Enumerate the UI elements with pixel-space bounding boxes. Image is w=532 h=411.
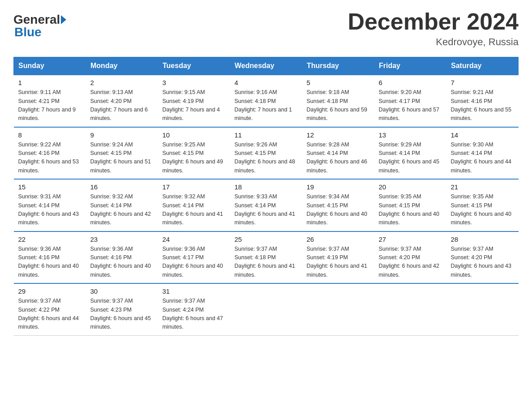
day-info: Sunrise: 9:37 AMSunset: 4:22 PMDaylight:… bbox=[18, 297, 82, 332]
day-info: Sunrise: 9:32 AMSunset: 4:14 PMDaylight:… bbox=[90, 193, 154, 227]
logo-blue: Blue bbox=[14, 26, 42, 39]
calendar-cell: 31Sunrise: 9:37 AMSunset: 4:24 PMDayligh… bbox=[158, 283, 230, 335]
day-info: Sunrise: 9:22 AMSunset: 4:16 PMDaylight:… bbox=[18, 141, 82, 176]
day-number: 12 bbox=[307, 131, 370, 139]
day-number: 29 bbox=[18, 287, 82, 295]
col-header-monday: Monday bbox=[86, 57, 158, 75]
day-number: 26 bbox=[307, 235, 370, 243]
day-number: 1 bbox=[18, 79, 82, 86]
day-number: 27 bbox=[379, 235, 442, 243]
day-info: Sunrise: 9:15 AMSunset: 4:19 PMDaylight:… bbox=[163, 88, 226, 123]
day-info: Sunrise: 9:37 AMSunset: 4:24 PMDaylight:… bbox=[163, 297, 226, 332]
calendar-cell: 5Sunrise: 9:18 AMSunset: 4:18 PMDaylight… bbox=[302, 75, 374, 127]
day-number: 8 bbox=[18, 131, 82, 139]
calendar-cell: 6Sunrise: 9:20 AMSunset: 4:17 PMDaylight… bbox=[374, 75, 446, 127]
logo: General Blue bbox=[13, 13, 66, 39]
calendar-cell: 18Sunrise: 9:33 AMSunset: 4:14 PMDayligh… bbox=[230, 179, 302, 231]
calendar-table: SundayMondayTuesdayWednesdayThursdayFrid… bbox=[13, 57, 519, 336]
day-number: 14 bbox=[451, 131, 514, 139]
calendar-cell: 21Sunrise: 9:35 AMSunset: 4:15 PMDayligh… bbox=[446, 179, 519, 231]
day-number: 6 bbox=[379, 79, 442, 86]
page-title: December 2024 bbox=[348, 9, 519, 34]
logo-general: General bbox=[13, 13, 60, 26]
day-info: Sunrise: 9:13 AMSunset: 4:20 PMDaylight:… bbox=[90, 88, 154, 123]
day-number: 17 bbox=[163, 183, 226, 191]
calendar-cell: 11Sunrise: 9:26 AMSunset: 4:15 PMDayligh… bbox=[230, 127, 302, 180]
col-header-saturday: Saturday bbox=[446, 57, 519, 75]
day-number: 2 bbox=[90, 79, 154, 86]
day-info: Sunrise: 9:20 AMSunset: 4:17 PMDaylight:… bbox=[379, 88, 442, 123]
calendar-cell: 23Sunrise: 9:36 AMSunset: 4:16 PMDayligh… bbox=[86, 231, 158, 284]
day-number: 11 bbox=[235, 131, 298, 139]
day-number: 3 bbox=[163, 79, 226, 86]
header: General Blue December 2024 Kedrovoye, Ru… bbox=[13, 9, 519, 48]
day-info: Sunrise: 9:24 AMSunset: 4:15 PMDaylight:… bbox=[90, 141, 154, 176]
day-info: Sunrise: 9:18 AMSunset: 4:18 PMDaylight:… bbox=[307, 88, 370, 123]
day-number: 24 bbox=[163, 235, 226, 243]
day-info: Sunrise: 9:29 AMSunset: 4:14 PMDaylight:… bbox=[379, 141, 442, 176]
day-info: Sunrise: 9:37 AMSunset: 4:20 PMDaylight:… bbox=[379, 245, 442, 280]
calendar-cell: 20Sunrise: 9:35 AMSunset: 4:15 PMDayligh… bbox=[374, 179, 446, 231]
title-area: December 2024 Kedrovoye, Russia bbox=[348, 9, 519, 48]
day-number: 5 bbox=[307, 79, 370, 86]
day-number: 18 bbox=[235, 183, 298, 191]
day-info: Sunrise: 9:37 AMSunset: 4:18 PMDaylight:… bbox=[235, 245, 298, 280]
day-info: Sunrise: 9:28 AMSunset: 4:14 PMDaylight:… bbox=[307, 141, 370, 176]
calendar-cell bbox=[374, 283, 446, 335]
calendar-cell: 12Sunrise: 9:28 AMSunset: 4:14 PMDayligh… bbox=[302, 127, 374, 180]
day-number: 21 bbox=[451, 183, 514, 191]
day-info: Sunrise: 9:37 AMSunset: 4:23 PMDaylight:… bbox=[90, 297, 154, 332]
day-number: 4 bbox=[235, 79, 298, 86]
col-header-thursday: Thursday bbox=[302, 57, 374, 75]
day-info: Sunrise: 9:21 AMSunset: 4:16 PMDaylight:… bbox=[451, 88, 514, 123]
calendar-cell: 24Sunrise: 9:36 AMSunset: 4:17 PMDayligh… bbox=[158, 231, 230, 284]
calendar-cell: 22Sunrise: 9:36 AMSunset: 4:16 PMDayligh… bbox=[14, 231, 86, 284]
week-row-3: 15Sunrise: 9:31 AMSunset: 4:14 PMDayligh… bbox=[14, 179, 519, 231]
col-header-wednesday: Wednesday bbox=[230, 57, 302, 75]
day-number: 25 bbox=[235, 235, 298, 243]
day-info: Sunrise: 9:37 AMSunset: 4:19 PMDaylight:… bbox=[307, 245, 370, 280]
day-info: Sunrise: 9:33 AMSunset: 4:14 PMDaylight:… bbox=[235, 193, 298, 227]
day-number: 10 bbox=[163, 131, 226, 139]
calendar-cell: 29Sunrise: 9:37 AMSunset: 4:22 PMDayligh… bbox=[14, 283, 86, 335]
day-info: Sunrise: 9:25 AMSunset: 4:15 PMDaylight:… bbox=[163, 141, 226, 176]
calendar-cell: 2Sunrise: 9:13 AMSunset: 4:20 PMDaylight… bbox=[86, 75, 158, 127]
calendar-cell: 30Sunrise: 9:37 AMSunset: 4:23 PMDayligh… bbox=[86, 283, 158, 335]
col-header-friday: Friday bbox=[374, 57, 446, 75]
location-subtitle: Kedrovoye, Russia bbox=[348, 36, 519, 48]
day-info: Sunrise: 9:36 AMSunset: 4:16 PMDaylight:… bbox=[90, 245, 154, 280]
day-info: Sunrise: 9:26 AMSunset: 4:15 PMDaylight:… bbox=[235, 141, 298, 176]
day-info: Sunrise: 9:31 AMSunset: 4:14 PMDaylight:… bbox=[18, 193, 82, 227]
calendar-cell: 25Sunrise: 9:37 AMSunset: 4:18 PMDayligh… bbox=[230, 231, 302, 284]
col-header-sunday: Sunday bbox=[14, 57, 86, 75]
week-row-2: 8Sunrise: 9:22 AMSunset: 4:16 PMDaylight… bbox=[14, 127, 519, 180]
calendar-cell: 13Sunrise: 9:29 AMSunset: 4:14 PMDayligh… bbox=[374, 127, 446, 180]
day-info: Sunrise: 9:36 AMSunset: 4:17 PMDaylight:… bbox=[163, 245, 226, 280]
calendar-cell: 19Sunrise: 9:34 AMSunset: 4:15 PMDayligh… bbox=[302, 179, 374, 231]
calendar-cell: 28Sunrise: 9:37 AMSunset: 4:20 PMDayligh… bbox=[446, 231, 519, 284]
calendar-cell: 15Sunrise: 9:31 AMSunset: 4:14 PMDayligh… bbox=[14, 179, 86, 231]
week-row-5: 29Sunrise: 9:37 AMSunset: 4:22 PMDayligh… bbox=[14, 283, 519, 335]
calendar-cell: 14Sunrise: 9:30 AMSunset: 4:14 PMDayligh… bbox=[446, 127, 519, 180]
day-number: 23 bbox=[90, 235, 154, 243]
calendar-cell: 10Sunrise: 9:25 AMSunset: 4:15 PMDayligh… bbox=[158, 127, 230, 180]
day-number: 13 bbox=[379, 131, 442, 139]
day-number: 15 bbox=[18, 183, 82, 191]
day-info: Sunrise: 9:35 AMSunset: 4:15 PMDaylight:… bbox=[379, 193, 442, 227]
calendar-cell bbox=[230, 283, 302, 335]
day-info: Sunrise: 9:16 AMSunset: 4:18 PMDaylight:… bbox=[235, 88, 298, 123]
col-header-tuesday: Tuesday bbox=[158, 57, 230, 75]
day-number: 30 bbox=[90, 287, 154, 295]
day-info: Sunrise: 9:30 AMSunset: 4:14 PMDaylight:… bbox=[451, 141, 514, 176]
week-row-1: 1Sunrise: 9:11 AMSunset: 4:21 PMDaylight… bbox=[14, 75, 519, 127]
day-info: Sunrise: 9:32 AMSunset: 4:14 PMDaylight:… bbox=[163, 193, 226, 227]
day-info: Sunrise: 9:11 AMSunset: 4:21 PMDaylight:… bbox=[18, 88, 82, 123]
day-number: 31 bbox=[163, 287, 226, 295]
calendar-cell: 1Sunrise: 9:11 AMSunset: 4:21 PMDaylight… bbox=[14, 75, 86, 127]
day-number: 22 bbox=[18, 235, 82, 243]
calendar-cell: 16Sunrise: 9:32 AMSunset: 4:14 PMDayligh… bbox=[86, 179, 158, 231]
day-number: 9 bbox=[90, 131, 154, 139]
day-number: 7 bbox=[451, 79, 514, 86]
calendar-header-row: SundayMondayTuesdayWednesdayThursdayFrid… bbox=[14, 57, 519, 75]
day-number: 19 bbox=[307, 183, 370, 191]
